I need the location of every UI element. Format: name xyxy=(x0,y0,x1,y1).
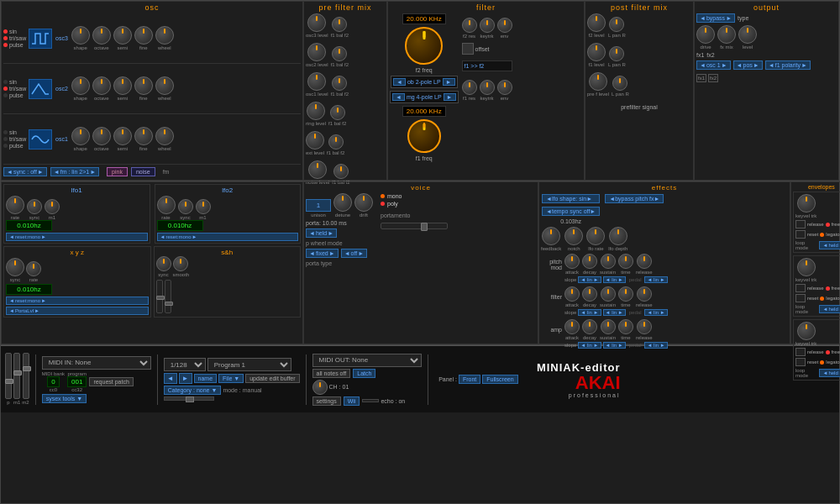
p-slider[interactable] xyxy=(5,353,12,399)
pre-f-lpanr-knob[interactable] xyxy=(612,76,627,91)
f1-lpanr-knob[interactable] xyxy=(609,46,624,61)
lfo-rate-knob[interactable] xyxy=(586,227,605,245)
f1-polarity-btn[interactable]: ◄f1 polarity► xyxy=(765,60,811,70)
pitch-time-knob[interactable] xyxy=(618,254,633,269)
echo-slider[interactable] xyxy=(362,399,379,402)
portamento-slider[interactable] xyxy=(381,223,448,229)
noise-f1balf2-knob[interactable] xyxy=(333,164,349,179)
env2-keyvel-knob[interactable] xyxy=(797,258,816,276)
osc2-shape-knob[interactable] xyxy=(71,76,90,95)
settings-btn[interactable]: settings xyxy=(312,396,341,406)
update-edit-buffer-btn[interactable]: update edit buffer xyxy=(245,374,299,383)
env2-held-btn[interactable]: ◄held► xyxy=(819,305,840,313)
filter-lin2-btn[interactable]: ◄ lin ► xyxy=(603,309,626,316)
category-btn[interactable]: Category : none ▼ xyxy=(164,386,222,395)
lfo2-sync-knob[interactable] xyxy=(178,199,193,214)
pre-f-level-knob[interactable] xyxy=(589,72,607,91)
f1-level-knob[interactable] xyxy=(587,43,606,61)
amp-release-knob[interactable] xyxy=(637,319,652,334)
pitch-release-knob[interactable] xyxy=(637,254,652,269)
osc1-btn[interactable]: ◄osc 1► xyxy=(696,60,731,70)
sh-sync-knob[interactable] xyxy=(156,256,171,271)
sh-slider2[interactable] xyxy=(165,280,171,313)
lfo-depth-knob[interactable] xyxy=(609,227,627,245)
offset-switch[interactable] xyxy=(462,43,474,55)
tempo-sync-btn[interactable]: ◄tempo sync off► xyxy=(542,207,600,216)
filter-lin3-btn[interactable]: ◄ lin ► xyxy=(644,309,667,316)
osc1-wheel-knob[interactable] xyxy=(155,127,174,145)
file-btn[interactable]: File ▼ xyxy=(218,374,244,383)
env2-release-check[interactable] xyxy=(795,284,806,292)
osc2-level-knob[interactable] xyxy=(307,43,326,61)
all-notes-off-btn[interactable]: all notes off xyxy=(312,369,351,378)
f2-res-knob[interactable] xyxy=(462,18,477,33)
drive-knob[interactable] xyxy=(696,25,715,44)
name-btn[interactable]: name xyxy=(194,374,218,383)
pos-btn[interactable]: ◄pos► xyxy=(733,60,763,70)
osc2-octave-knob[interactable] xyxy=(92,76,111,95)
sh-slider[interactable] xyxy=(156,280,163,313)
f1-res-knob[interactable] xyxy=(462,80,477,95)
osc2-wheel-knob[interactable] xyxy=(155,76,174,95)
filter-release-knob[interactable] xyxy=(637,286,652,302)
voice-unison-display[interactable]: 1 xyxy=(306,199,331,212)
lfo2-m1-knob[interactable] xyxy=(196,199,211,214)
pink-btn[interactable]: pink xyxy=(107,167,128,176)
noise-btn[interactable]: noise xyxy=(131,167,155,176)
osc3-octave-knob[interactable] xyxy=(92,26,111,45)
lfo1-reset-btn[interactable]: ◄reset:mono► xyxy=(6,233,148,241)
f1-freq-knob[interactable] xyxy=(407,119,441,153)
wii-btn[interactable]: Wii xyxy=(344,396,360,406)
mg4pole-left[interactable]: ◄ xyxy=(392,93,405,101)
request-patch-btn[interactable]: request patch xyxy=(89,377,133,386)
amp-lin3-btn[interactable]: ◄ lin ► xyxy=(644,342,667,349)
bypass-pitch-btn[interactable]: ◄bypass pitch fx► xyxy=(605,194,664,203)
env3-held-btn[interactable]: ◄held► xyxy=(819,369,840,377)
osc3-wheel-knob[interactable] xyxy=(155,26,174,45)
filter-decay-knob[interactable] xyxy=(582,286,597,302)
voice-detune-knob[interactable] xyxy=(333,193,352,212)
xyz-portal-btn[interactable]: ◄PortaLvl► xyxy=(6,307,149,315)
env2-reset-check[interactable] xyxy=(795,294,806,302)
ob2pole-right[interactable]: ► xyxy=(443,78,455,86)
xyz-sync-knob[interactable] xyxy=(6,258,24,276)
osc2-semi-knob[interactable] xyxy=(113,76,132,95)
notch-knob[interactable] xyxy=(564,227,583,245)
bypass-btn[interactable]: ◄bypass► xyxy=(696,13,735,23)
mode-slider[interactable] xyxy=(164,396,214,401)
feedback-knob[interactable] xyxy=(542,227,560,245)
pitch-lin-btn[interactable]: ◄ lin ► xyxy=(578,276,601,283)
f1-env-knob[interactable] xyxy=(497,80,512,95)
voice-off-btn[interactable]: ◄off► xyxy=(341,249,368,258)
ob2pole-left[interactable]: ◄ xyxy=(393,78,406,86)
latch-btn[interactable]: Latch xyxy=(353,369,375,378)
ring-level-knob[interactable] xyxy=(307,102,325,120)
env1-reset-check[interactable] xyxy=(795,230,806,239)
filter-mg4pole[interactable]: ◄ mg 4-pole LP ► xyxy=(390,91,459,103)
fx-mix-knob[interactable] xyxy=(717,25,736,44)
env3-keyvel-knob[interactable] xyxy=(797,322,816,340)
osc3-semi-knob[interactable] xyxy=(113,26,132,45)
pitch-decay-knob[interactable] xyxy=(582,254,597,269)
osc3-fine-knob[interactable] xyxy=(134,26,153,45)
osc1-wave-display[interactable] xyxy=(29,129,52,150)
osc1-fine-knob[interactable] xyxy=(134,127,153,145)
xyz-rate-knob[interactable] xyxy=(26,261,41,276)
env1-held-btn[interactable]: ◄held► xyxy=(819,241,840,249)
noise-level-knob[interactable] xyxy=(308,160,327,179)
amp-sustain-knob[interactable] xyxy=(601,319,616,334)
front-btn[interactable]: Front xyxy=(459,375,480,384)
osc1-shape-knob[interactable] xyxy=(71,127,90,145)
pitch-sustain-knob[interactable] xyxy=(601,254,616,269)
fm-lin-btn[interactable]: ◄fm : lin 2>1► xyxy=(50,167,99,176)
midi-out-dropdown[interactable]: MIDI OUT: None xyxy=(312,354,422,367)
amp-time-knob[interactable] xyxy=(618,319,633,334)
xyz-reset-btn[interactable]: ◄reset:mono► xyxy=(6,297,149,305)
f2-keytrk-knob[interactable] xyxy=(480,18,495,33)
ext-level-knob[interactable] xyxy=(306,131,324,150)
nav-left-btn[interactable]: ◄ xyxy=(164,373,177,384)
amp-lin2-btn[interactable]: ◄ lin ► xyxy=(603,342,626,349)
sync-off-btn[interactable]: ◄sync : off► xyxy=(3,167,47,176)
amp-decay-knob[interactable] xyxy=(582,319,597,334)
voice-held-btn[interactable]: ◄held► xyxy=(306,228,337,238)
